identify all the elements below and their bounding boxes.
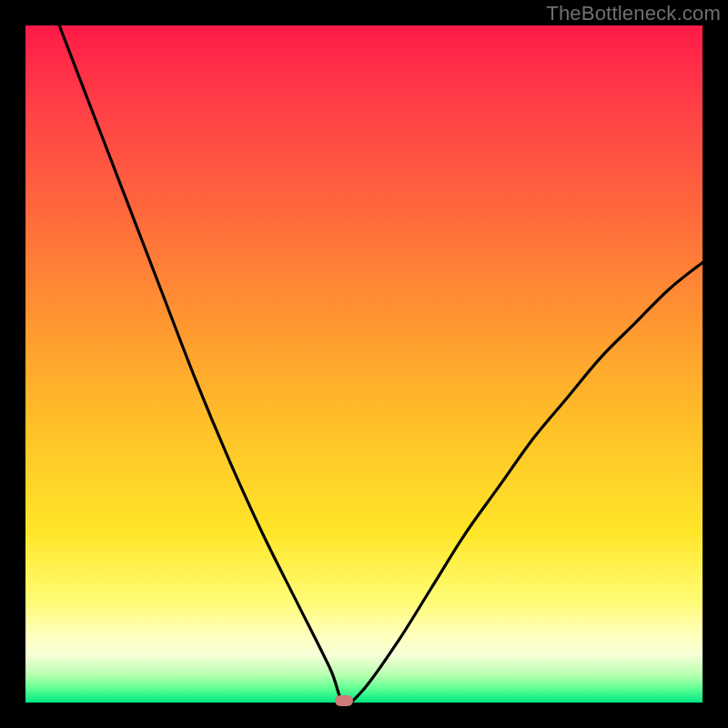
watermark-text: TheBottleneck.com	[546, 2, 721, 25]
chart-frame: TheBottleneck.com	[0, 0, 728, 728]
bottleneck-curve	[25, 25, 703, 703]
optimum-marker	[335, 695, 353, 706]
plot-area	[25, 25, 703, 703]
